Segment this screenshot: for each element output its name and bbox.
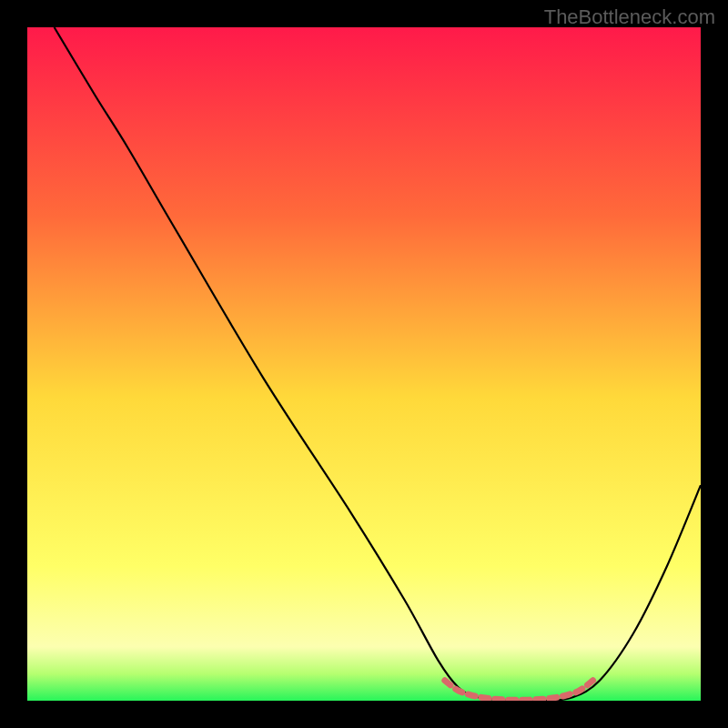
chart-background [27,27,701,701]
watermark-text: TheBottleneck.com [544,5,715,29]
chart-svg [27,27,701,701]
chart-container [27,27,701,701]
